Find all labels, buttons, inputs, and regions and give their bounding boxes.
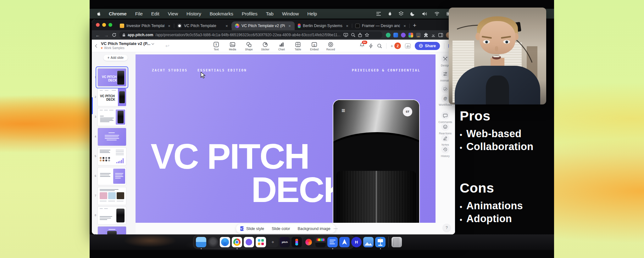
invite-members-button[interactable]: + Z	[391, 42, 401, 49]
dock-hey-icon[interactable]: H	[351, 237, 362, 247]
menubar-item-view[interactable]: View	[168, 11, 178, 16]
back-button[interactable]: ←	[95, 32, 101, 38]
slide-thumbnail-5[interactable]	[98, 148, 126, 165]
rail-item-notes[interactable]: Notes	[436, 134, 455, 146]
menubar-item-edit[interactable]: Edit	[151, 11, 159, 16]
apple-menu-icon[interactable]	[97, 11, 101, 16]
tool-chart[interactable]: Chart	[276, 41, 288, 51]
dock-safari-icon[interactable]	[220, 237, 230, 247]
tab-close-icon[interactable]: ×	[402, 24, 407, 28]
share-button[interactable]: Share	[415, 42, 440, 50]
slide-thumbnail-4[interactable]	[98, 128, 126, 146]
tab-close-icon[interactable]: ×	[287, 24, 292, 28]
dock-tweetbot-icon[interactable]: ⁘	[268, 237, 278, 247]
dock-purple-app-icon[interactable]	[244, 237, 254, 247]
workspace-row[interactable]: ♥Work Samples	[101, 46, 154, 50]
tool-text[interactable]: T Text	[210, 41, 222, 51]
slide-thumbnail-8[interactable]	[98, 207, 126, 224]
tab-close-icon[interactable]: ×	[167, 24, 172, 28]
forward-button[interactable]: →	[103, 32, 109, 38]
slide-thumbnail-9[interactable]	[98, 227, 126, 234]
dock-photos-app-icon[interactable]	[363, 237, 374, 247]
dock-settings-icon[interactable]	[208, 237, 218, 247]
presentation-title[interactable]: VC Pitch Template v2 (P...	[101, 42, 154, 46]
layers-icon[interactable]	[399, 11, 403, 16]
menubar-item-help[interactable]: Help	[307, 11, 317, 16]
volume-icon[interactable]	[422, 12, 427, 16]
extension-purple-icon[interactable]	[401, 33, 406, 37]
zoom-window-button[interactable]	[108, 23, 112, 27]
tab-berlin-design-systems[interactable]: Berlin Design Systems Event - ×	[295, 21, 352, 30]
menubar-item-profiles[interactable]: Profiles	[242, 11, 258, 16]
rail-item-history[interactable]: History	[436, 145, 455, 158]
slide-thumbnail-3[interactable]	[98, 108, 126, 126]
add-slide-button[interactable]: + Add slide	[103, 55, 128, 61]
tool-shape[interactable]: Shape	[243, 41, 255, 51]
flame-icon[interactable]	[388, 11, 392, 16]
tool-sticker[interactable]: Sticker	[259, 41, 271, 51]
downloads-icon[interactable]	[431, 33, 436, 37]
dock-finalcut-icon[interactable]	[315, 237, 326, 247]
search-icon[interactable]	[377, 43, 382, 48]
dock-trash-icon[interactable]	[391, 237, 402, 247]
more-options-icon[interactable]: ⋯	[334, 226, 338, 231]
tab-investor-pitch[interactable]: Investor Pitch Template by Za ×	[117, 21, 174, 30]
extensions-puzzle-icon[interactable]	[424, 33, 428, 37]
menubar-item-window[interactable]: Window	[282, 11, 299, 16]
tab-close-icon[interactable]: ×	[345, 24, 350, 28]
new-tab-button[interactable]: +	[410, 22, 419, 30]
notifications-button[interactable]: 9+	[359, 42, 365, 49]
dock-pitch-icon[interactable]: pitch	[280, 237, 290, 247]
minimize-window-button[interactable]	[102, 23, 106, 27]
dock-adobe-cc-icon[interactable]	[303, 237, 314, 247]
extension-green-icon[interactable]	[386, 33, 391, 37]
analytics-icon[interactable]	[405, 43, 411, 48]
moon-icon[interactable]	[410, 11, 415, 16]
extension-blue-icon[interactable]	[393, 33, 398, 37]
menubar-item-file[interactable]: File	[135, 11, 143, 16]
slide-thumbnail-7[interactable]	[98, 187, 126, 205]
sidebar-toggle-icon[interactable]	[438, 33, 443, 37]
menubar-item-history[interactable]: History	[186, 11, 201, 16]
text-align-icon[interactable]	[376, 12, 381, 16]
dock-chrome-icon[interactable]	[232, 237, 242, 247]
dock-slack-icon[interactable]	[256, 237, 266, 247]
zoom-icon[interactable]	[351, 33, 355, 37]
slide-style-badge[interactable]: V	[240, 226, 244, 231]
dock-notes-app-icon[interactable]	[327, 237, 338, 247]
address-bar[interactable]: app.pitch.com /app/presentation/9c0c55a3…	[119, 31, 382, 38]
dock-flighty-icon[interactable]	[339, 237, 350, 247]
tab-vc-pitch-template-v2-active[interactable]: VC Pitch Template v2 (Pitch co ×	[232, 21, 295, 30]
back-chevron-icon[interactable]	[95, 44, 98, 48]
close-window-button[interactable]	[96, 23, 100, 27]
tool-embed[interactable]: () Embed	[308, 41, 320, 51]
rail-item-reactions[interactable]: Reactions	[436, 123, 455, 135]
bookmark-star-icon[interactable]	[365, 33, 369, 37]
tool-table[interactable]: Table	[292, 41, 304, 51]
rail-item-comments[interactable]: Comments	[436, 111, 455, 124]
slide-thumbnail-2[interactable]: VC PITCH DECK	[98, 88, 126, 106]
dock-figma-icon[interactable]	[291, 237, 302, 247]
tab-framer[interactable]: Framer — Design and ship you ×	[352, 21, 410, 30]
background-image-label[interactable]: Background image	[297, 227, 330, 231]
menubar-item-bookmarks[interactable]: Bookmarks	[210, 11, 233, 16]
tool-record[interactable]: Record	[325, 41, 337, 51]
spark-icon[interactable]	[369, 43, 373, 48]
slide-thumbnail-6[interactable]	[98, 167, 126, 185]
extension-grid-icon[interactable]	[408, 33, 413, 37]
slide-style-label[interactable]: Slide style	[246, 227, 264, 231]
menubar-item-tab[interactable]: Tab	[266, 11, 274, 16]
slide-color-label[interactable]: Slide color	[272, 227, 290, 231]
slide-thumbnail-1[interactable]: VC PITCH DECK	[98, 69, 126, 86]
save-device-icon[interactable]	[343, 33, 348, 37]
menubar-item-chrome[interactable]: Chrome	[109, 11, 127, 16]
dock-keynote-icon[interactable]	[375, 237, 386, 247]
tab-close-icon[interactable]: ×	[224, 24, 229, 28]
undo-icon[interactable]: ↩	[165, 43, 169, 49]
dock-finder-icon[interactable]	[196, 237, 206, 247]
slide-canvas[interactable]: ZACHT STUDIOS ESSENTIALS EDITION PRIVILE…	[136, 54, 436, 223]
reload-button[interactable]	[112, 33, 116, 37]
help-button[interactable]: ?	[443, 224, 451, 232]
extension-on-icon[interactable]: on	[416, 33, 421, 37]
tab-vc-pitch-template[interactable]: VC Pitch Template ×	[174, 21, 232, 30]
